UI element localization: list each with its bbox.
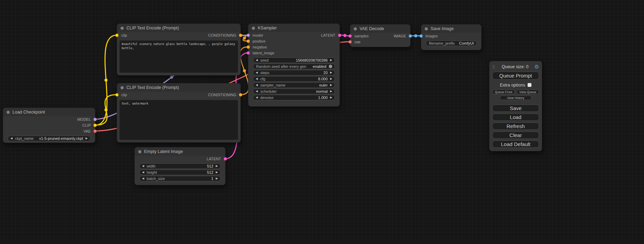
increment-icon[interactable]: ▶ bbox=[330, 84, 332, 87]
view-history-button[interactable]: View History bbox=[500, 96, 532, 100]
load-default-button[interactable]: Load Default bbox=[492, 141, 539, 148]
output-dot-image[interactable] bbox=[409, 34, 412, 37]
widget-value: 156680208700286 bbox=[296, 58, 328, 62]
increment-icon[interactable]: ▶ bbox=[330, 78, 332, 80]
node-clip-text-encode-positive[interactable]: CLIP Text Encode (Prompt) clip CONDITION… bbox=[117, 24, 241, 75]
clear-button[interactable]: Clear bbox=[492, 132, 539, 139]
widget-batch-size[interactable]: ◀ batch_size 1 ▶ bbox=[139, 176, 221, 181]
extra-options-checkbox[interactable] bbox=[528, 83, 531, 87]
collapse-dot[interactable] bbox=[138, 150, 141, 153]
decrement-icon[interactable]: ◀ bbox=[142, 171, 144, 174]
decrement-icon[interactable]: ◀ bbox=[256, 78, 258, 80]
increment-icon[interactable]: ▶ bbox=[216, 171, 218, 174]
output-dot-conditioning[interactable] bbox=[239, 34, 242, 37]
node-title-bar[interactable]: Save Image bbox=[421, 25, 481, 33]
output-dot-latent[interactable] bbox=[224, 157, 227, 160]
node-title-bar[interactable]: Load Checkpoint bbox=[3, 108, 95, 116]
increment-icon[interactable]: ▶ bbox=[216, 165, 218, 168]
widget-label: height bbox=[147, 170, 157, 174]
output-dot-clip[interactable] bbox=[94, 124, 97, 127]
widget-value: 1 bbox=[211, 177, 213, 181]
widget-value: euler bbox=[319, 83, 327, 87]
queue-prompt-button[interactable]: Queue Prompt bbox=[492, 72, 539, 80]
node-title-bar[interactable]: KSampler bbox=[248, 24, 339, 32]
widget-steps[interactable]: ◀ steps 20 ▶ bbox=[253, 70, 335, 75]
increment-icon[interactable]: ▶ bbox=[330, 96, 332, 99]
node-title-bar[interactable]: CLIP Text Encode (Prompt) bbox=[117, 83, 240, 92]
toggle-indicator[interactable] bbox=[329, 65, 332, 68]
widget-scheduler[interactable]: ◀ scheduler normal ▶ bbox=[253, 89, 335, 94]
input-dot-samples[interactable] bbox=[349, 34, 352, 37]
drag-handle-icon[interactable]: ⣿ bbox=[492, 65, 495, 69]
input-slot-label: vae bbox=[354, 40, 361, 44]
input-dot-negative[interactable] bbox=[247, 45, 250, 48]
decrement-icon[interactable]: ◀ bbox=[256, 59, 258, 62]
input-dot-latent-image[interactable] bbox=[247, 51, 250, 54]
decrement-icon[interactable]: ◀ bbox=[142, 177, 144, 180]
increment-icon[interactable]: ▶ bbox=[330, 71, 332, 74]
decrement-icon[interactable]: ◀ bbox=[256, 96, 258, 99]
input-dot-images[interactable] bbox=[420, 34, 423, 37]
increment-icon[interactable]: ▶ bbox=[216, 177, 218, 180]
node-vae-decode[interactable]: VAE Decode samples IMAGE vae bbox=[350, 24, 411, 47]
decrement-icon[interactable]: ◀ bbox=[10, 137, 12, 140]
node-title-bar[interactable]: CLIP Text Encode (Prompt) bbox=[117, 24, 240, 32]
output-slot-label: MODEL bbox=[77, 117, 91, 121]
collapse-dot[interactable] bbox=[354, 27, 357, 30]
prompt-textarea[interactable]: text, watermark bbox=[120, 100, 238, 140]
input-dot-positive[interactable] bbox=[247, 39, 250, 43]
prompt-textarea[interactable]: beautiful scenery nature glass bottle la… bbox=[120, 40, 238, 73]
output-dot-model[interactable] bbox=[94, 118, 97, 121]
widget-value: v1-5-pruned-emaonly.ckpt bbox=[39, 136, 83, 141]
collapse-dot[interactable] bbox=[252, 27, 255, 30]
input-slot-label: negative bbox=[253, 45, 267, 49]
widget-denoise[interactable]: ◀ denoise 1.000 ▶ bbox=[253, 95, 335, 100]
save-button[interactable]: Save bbox=[492, 105, 539, 112]
collapse-dot[interactable] bbox=[121, 86, 124, 89]
node-title-bar[interactable]: VAE Decode bbox=[350, 25, 410, 33]
refresh-button[interactable]: Refresh bbox=[492, 123, 539, 130]
widget-ckpt-name[interactable]: ◀ ckpt_name v1-5-pruned-emaonly.ckpt ▶ bbox=[8, 136, 90, 141]
input-dot-vae[interactable] bbox=[349, 40, 352, 43]
collapse-dot[interactable] bbox=[425, 27, 428, 30]
widget-height[interactable]: ◀ height 512 ▶ bbox=[139, 170, 221, 175]
increment-icon[interactable]: ▶ bbox=[330, 59, 332, 62]
widget-label: width bbox=[147, 164, 156, 168]
output-dot-latent[interactable] bbox=[338, 34, 341, 37]
widget-random-seed-toggle[interactable]: Random seed after every gen enabled bbox=[253, 64, 335, 69]
view-queue-button[interactable]: View Queue bbox=[517, 90, 539, 94]
load-button[interactable]: Load bbox=[492, 114, 539, 121]
widget-width[interactable]: ◀ width 512 ▶ bbox=[139, 163, 221, 169]
node-clip-text-encode-negative[interactable]: CLIP Text Encode (Prompt) clip CONDITION… bbox=[117, 83, 241, 143]
decrement-icon[interactable]: ◀ bbox=[256, 84, 258, 87]
queue-front-button[interactable]: Queue Front bbox=[492, 90, 515, 94]
input-dot-model[interactable] bbox=[247, 34, 250, 37]
input-slot-images: images bbox=[421, 33, 481, 39]
node-load-checkpoint[interactable]: Load Checkpoint MODEL CLIP VAE ◀ ckpt_na… bbox=[3, 108, 95, 143]
output-slot-vae: VAE bbox=[3, 128, 95, 134]
increment-icon[interactable]: ▶ bbox=[86, 137, 88, 140]
settings-gear-icon[interactable]: ⚙ bbox=[535, 64, 539, 70]
output-dot-vae[interactable] bbox=[94, 129, 97, 133]
node-title-bar[interactable]: Empty Latent Image bbox=[135, 147, 225, 156]
node-empty-latent-image[interactable]: Empty Latent Image LATENT ◀ width 512 ▶ … bbox=[134, 147, 226, 185]
collapse-dot[interactable] bbox=[7, 111, 10, 114]
output-dot-conditioning[interactable] bbox=[239, 93, 242, 96]
widget-filename-prefix[interactable]: filename_prefix ComfyUI bbox=[426, 40, 477, 46]
node-graph-canvas[interactable]: Load Checkpoint MODEL CLIP VAE ◀ ckpt_na… bbox=[0, 0, 644, 244]
node-save-image[interactable]: Save Image images filename_prefix ComfyU… bbox=[421, 24, 482, 50]
widget-sampler-name[interactable]: ◀ sampler_name euler ▶ bbox=[253, 82, 335, 88]
input-dot-clip[interactable] bbox=[115, 34, 118, 37]
widget-cfg[interactable]: ◀ cfg 8.000 ▶ bbox=[253, 76, 335, 82]
decrement-icon[interactable]: ◀ bbox=[256, 71, 258, 74]
collapse-dot[interactable] bbox=[121, 27, 124, 30]
widget-seed[interactable]: ◀ seed 156680208700286 ▶ bbox=[253, 57, 335, 63]
widget-value: ComfyUI bbox=[459, 41, 474, 45]
increment-icon[interactable]: ▶ bbox=[330, 90, 332, 93]
input-dot-clip[interactable] bbox=[115, 93, 118, 96]
widget-value: 1.000 bbox=[318, 96, 328, 100]
decrement-icon[interactable]: ◀ bbox=[256, 90, 258, 93]
wire-midpoint-dot bbox=[243, 37, 246, 40]
decrement-icon[interactable]: ◀ bbox=[142, 165, 144, 168]
node-ksampler[interactable]: KSampler model LATENT positive negative … bbox=[248, 24, 340, 107]
